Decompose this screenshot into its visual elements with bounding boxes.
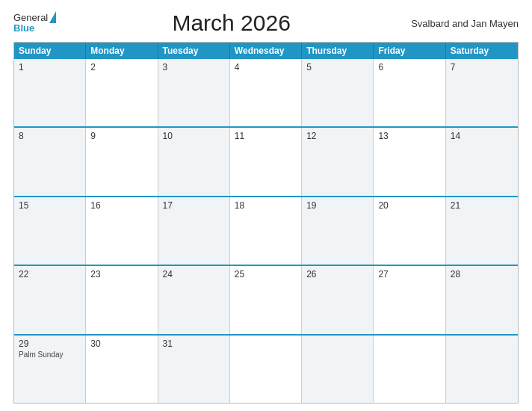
day-25: 25 [230,266,302,333]
day-number-26: 26 [306,269,368,279]
day-number-1: 1 [19,62,81,72]
day-number-15: 15 [19,200,81,211]
day-15: 15 [14,197,86,265]
logo-text-wrapper: General Blue [13,13,48,34]
header-friday: Friday [374,43,445,59]
day-27: 27 [374,266,445,333]
day-number-14: 14 [451,131,513,141]
day-number-10: 10 [163,131,225,141]
week-row-5: 29Palm Sunday3031 [14,334,518,403]
logo-line1: General [13,13,48,23]
calendar-grid: Sunday Monday Tuesday Wednesday Thursday… [13,42,519,404]
day-number-25: 25 [235,269,297,279]
header-monday: Monday [86,43,158,59]
day-1: 1 [14,59,86,126]
week-row-2: 891011121314 [14,126,518,195]
day-10: 10 [158,128,230,195]
day-18: 18 [230,197,302,265]
day-number-7: 7 [451,62,513,72]
day-26: 26 [302,266,374,333]
day-6: 6 [374,59,445,126]
day-30: 30 [86,336,158,403]
day-number-17: 17 [163,200,225,211]
day-number-29: 29 [19,339,81,349]
empty-day-w4-d6 [446,336,518,403]
header-tuesday: Tuesday [158,43,230,59]
header-sunday: Sunday [14,43,86,59]
day-29: 29Palm Sunday [14,336,86,403]
day-4: 4 [230,59,302,126]
calendar-page: General Blue March 2026 Svalbard and Jan… [0,0,532,411]
day-14: 14 [446,128,518,195]
day-number-5: 5 [306,62,368,72]
day-12: 12 [302,128,374,195]
day-3: 3 [158,59,230,126]
page-header: General Blue March 2026 Svalbard and Jan… [13,10,519,36]
logo: General Blue [13,13,56,34]
day-number-24: 24 [163,269,225,279]
logo-line2: Blue [13,23,34,34]
day-7: 7 [446,59,518,126]
day-number-13: 13 [378,131,440,141]
calendar-header-row: Sunday Monday Tuesday Wednesday Thursday… [14,43,518,59]
day-5: 5 [302,59,374,126]
day-11: 11 [230,128,302,195]
day-number-23: 23 [90,269,152,279]
day-number-12: 12 [306,131,368,141]
day-17: 17 [158,197,230,265]
day-number-2: 2 [90,62,152,72]
region-label: Svalbard and Jan Mayen [406,18,519,29]
day-event: Palm Sunday [19,350,81,359]
empty-day-w4-d4 [302,336,374,403]
week-row-1: 1234567 [14,59,518,126]
calendar-body: 1234567891011121314151617181920212223242… [14,59,518,403]
day-number-3: 3 [163,62,225,72]
day-23: 23 [86,266,158,333]
day-number-22: 22 [19,269,81,279]
day-9: 9 [86,128,158,195]
week-row-4: 22232425262728 [14,265,518,333]
day-24: 24 [158,266,230,333]
day-28: 28 [446,266,518,333]
day-number-30: 30 [90,339,152,349]
empty-day-w4-d5 [374,336,445,403]
header-thursday: Thursday [302,43,374,59]
empty-day-w4-d3 [230,336,302,403]
day-number-6: 6 [378,62,440,72]
logo-triangle-icon [49,11,56,23]
day-number-28: 28 [451,269,513,279]
week-row-3: 15161718192021 [14,196,518,265]
day-number-20: 20 [378,200,440,211]
day-8: 8 [14,128,86,195]
header-wednesday: Wednesday [230,43,302,59]
day-2: 2 [86,59,158,126]
day-number-16: 16 [90,200,152,211]
day-number-18: 18 [235,200,297,211]
day-number-11: 11 [235,131,297,141]
day-20: 20 [374,197,445,265]
day-31: 31 [158,336,230,403]
day-22: 22 [14,266,86,333]
day-number-8: 8 [19,131,81,141]
day-number-9: 9 [90,131,152,141]
day-number-27: 27 [378,269,440,279]
header-saturday: Saturday [446,43,518,59]
day-16: 16 [86,197,158,265]
day-number-21: 21 [451,200,513,211]
day-number-31: 31 [163,339,225,349]
day-19: 19 [302,197,374,265]
day-21: 21 [446,197,518,265]
day-number-19: 19 [306,200,368,211]
day-13: 13 [374,128,445,195]
calendar-title: March 2026 [56,10,406,36]
day-number-4: 4 [235,62,297,72]
